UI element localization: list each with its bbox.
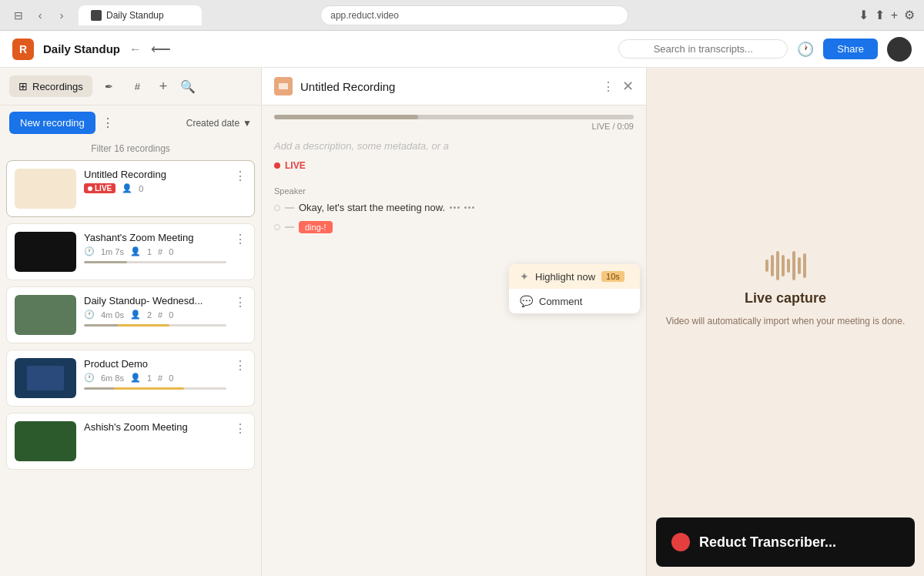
app-logo: R: [12, 39, 34, 60]
address-bar[interactable]: app.reduct.video: [320, 5, 628, 25]
recording-card-ashish[interactable]: Ashish's Zoom Meeting ⋮: [6, 413, 255, 470]
recording-card-yashant[interactable]: Yashant's Zoom Meeting 🕐 1m 7s 👤 1 # 0: [6, 223, 255, 280]
sidebar-toolbar: New recording ⋮ Created date ▼: [0, 105, 261, 140]
card-top-2: Yashant's Zoom Meeting 🕐 1m 7s 👤 1 # 0: [15, 232, 246, 272]
clip-count-4: 0: [169, 373, 173, 383]
thumb-bg-zoom: [15, 421, 76, 461]
browser-chrome: ⊟ ‹ › Daily Standup app.reduct.video ⬇ ⬆…: [0, 0, 924, 31]
live-dot-red: [274, 162, 280, 169]
recording-header: Untitled Recording ⋮ ✕: [262, 68, 646, 105]
share-button[interactable]: Share: [823, 39, 878, 59]
live-capture-description: Video will automatically import when you…: [666, 316, 906, 327]
card-meta-untitled: LIVE 👤 0: [84, 183, 226, 193]
live-capture-title: Live capture: [745, 290, 826, 306]
description-area[interactable]: Add a description, some metadata, or a: [262, 131, 646, 160]
user-avatar[interactable]: [887, 37, 912, 62]
sort-by-date[interactable]: Created date ▼: [186, 118, 252, 129]
nav-tab-recordings[interactable]: ⊞ Recordings: [9, 75, 92, 97]
share-browser-icon[interactable]: ⬆: [875, 8, 885, 22]
nav-tab-pen[interactable]: ✒: [95, 76, 122, 97]
transcript-dash-1: [285, 207, 294, 209]
history-icon[interactable]: 🕐: [797, 41, 814, 58]
header-right: 🕐 Share: [797, 37, 912, 62]
app-header: R Daily Standup ← ⟵ 🕐 Share: [0, 31, 924, 68]
back-to-list-icon[interactable]: ⟵: [151, 41, 171, 58]
card-menu-dots-4[interactable]: ⋮: [234, 421, 246, 436]
search-input[interactable]: [618, 39, 788, 59]
progress-fill: [274, 115, 418, 119]
filter-label: Filter 16 recordings: [0, 140, 261, 160]
window-controls: ⊟: [9, 6, 28, 25]
waveform-1: [450, 206, 460, 209]
recording-card-product-demo[interactable]: Product Demo 🕐 6m 8s 👤 1 # 0: [6, 350, 255, 407]
transcript-line-1: Okay, let's start the meeting now.: [274, 202, 634, 213]
clip-icon-2: #: [158, 247, 162, 256]
app-menu-dots[interactable]: ←: [129, 42, 142, 56]
transcriber-label: Reduct Transcriber...: [699, 534, 836, 551]
app-container: R Daily Standup ← ⟵ 🕐 Share ⊞ Recordings…: [0, 31, 924, 576]
forward-button[interactable]: ›: [52, 6, 71, 25]
card-menu-dots-1[interactable]: ⋮: [234, 232, 246, 246]
card-menu-dots-0[interactable]: ⋮: [234, 169, 246, 183]
speaker-icon-4: 👤: [130, 373, 141, 383]
nav-tab-hash[interactable]: #: [126, 76, 149, 97]
new-tab-icon[interactable]: +: [891, 8, 898, 22]
back-button[interactable]: ‹: [31, 6, 49, 25]
nav-search-button[interactable]: 🔍: [177, 75, 199, 97]
sidebar: ⊞ Recordings ✒ # + 🔍 New recording: [0, 68, 262, 576]
thumb-bg-screen: [15, 358, 76, 398]
recording-panel-menu[interactable]: ⋮: [602, 79, 614, 94]
comment-button[interactable]: 💬 Comment: [509, 289, 640, 313]
live-text: LIVE: [95, 184, 112, 193]
clip-icon-4: #: [158, 373, 162, 383]
browser-tab[interactable]: Daily Standup: [79, 5, 202, 25]
highlight-now-button[interactable]: ✦ Highlight now 10s: [509, 264, 640, 289]
card-info: Untitled Recording LIVE 👤 0: [84, 169, 226, 193]
thumb-screen-inner: [27, 366, 64, 390]
recording-panel-close[interactable]: ✕: [622, 78, 634, 95]
transcript-dash-2: [285, 226, 294, 228]
recording-card-untitled[interactable]: Untitled Recording LIVE 👤 0 ⋮: [6, 160, 255, 217]
card-info-2: Yashant's Zoom Meeting 🕐 1m 7s 👤 1 # 0: [84, 232, 226, 263]
recording-panel-icon: [274, 77, 293, 95]
progress-fill-yashant: [84, 261, 127, 263]
card-menu-dots-3[interactable]: ⋮: [234, 358, 246, 373]
progress-area: LIVE / 0:09: [262, 105, 646, 131]
pen-icon: ✒: [105, 81, 113, 92]
reduct-transcriber-panel: Reduct Transcriber...: [656, 517, 915, 567]
recording-panel-title[interactable]: Untitled Recording: [300, 80, 594, 93]
recordings-icon: ⊞: [18, 80, 28, 92]
card-menu-dots-2[interactable]: ⋮: [234, 295, 246, 310]
thumb-untitled: [15, 169, 76, 209]
progress-fill-standup: [84, 324, 169, 327]
add-icon: +: [159, 79, 168, 95]
clip-icon-3: #: [158, 310, 162, 320]
thumb-bg: [15, 169, 76, 209]
speaker-icon: 👤: [122, 183, 132, 193]
live-capture-area: Live capture Video will automatically im…: [647, 68, 924, 508]
speaker-count-3: 2: [147, 310, 152, 320]
card-title-untitled: Untitled Recording: [84, 169, 226, 180]
download-icon[interactable]: ⬇: [859, 8, 869, 22]
progress-fill-product-demo: [84, 387, 184, 390]
app-title: Daily Standup: [43, 42, 120, 55]
duration-standup: 4m 0s: [101, 310, 124, 320]
nav-add-button[interactable]: +: [152, 75, 174, 97]
clip-count-2: 0: [169, 247, 173, 256]
progress-time: LIVE / 0:09: [274, 122, 634, 131]
right-panel: Live capture Video will automatically im…: [647, 68, 924, 576]
progress-track[interactable]: [274, 115, 634, 119]
new-recording-button[interactable]: New recording: [9, 112, 95, 134]
recording-card-standup[interactable]: Daily Standup- Wednesd... 🕐 4m 0s 👤 2 # …: [6, 286, 255, 343]
transcript-line-2: ding-!: [274, 221, 634, 233]
thumb-ashish: [15, 421, 76, 461]
extensions-icon[interactable]: ⚙: [904, 8, 915, 22]
toolbar-menu-dots[interactable]: ⋮: [102, 116, 114, 130]
sidebar-nav: ⊞ Recordings ✒ # + 🔍: [0, 68, 261, 105]
card-info-3: Daily Standup- Wednesd... 🕐 4m 0s 👤 2 # …: [84, 295, 226, 327]
card-top-5: Ashish's Zoom Meeting ⋮: [15, 421, 246, 461]
waveform-2: [464, 206, 474, 209]
card-top-3: Daily Standup- Wednesd... 🕐 4m 0s 👤 2 # …: [15, 295, 246, 335]
recordings-label: Recordings: [32, 81, 83, 92]
card-top: Untitled Recording LIVE 👤 0 ⋮: [15, 169, 246, 209]
